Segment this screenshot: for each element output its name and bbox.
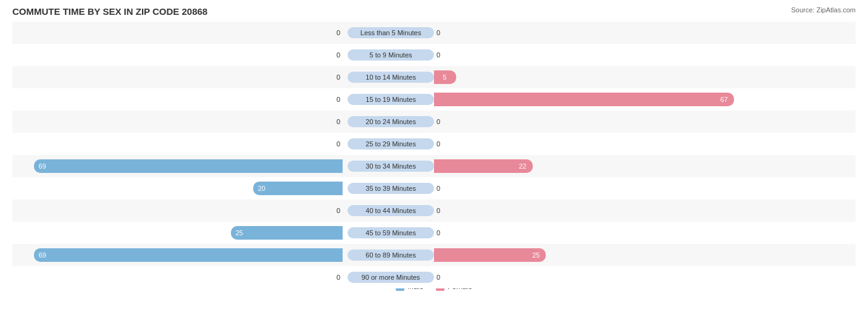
male-zero: 0 xyxy=(336,274,340,281)
left-section: 2035 to 39 Minutes xyxy=(12,177,434,199)
female-value: 22 xyxy=(519,162,527,170)
chart-row: 015 to 19 Minutes67 xyxy=(12,88,856,111)
right-section: 67 xyxy=(434,88,856,111)
chart-row: 010 to 14 Minutes5 xyxy=(12,66,856,88)
row-label: 30 to 34 Minutes xyxy=(348,161,434,172)
chart-row: 040 to 44 Minutes0 xyxy=(12,199,856,222)
chart-title: COMMUTE TIME BY SEX IN ZIP CODE 20868 xyxy=(12,6,856,17)
male-bar xyxy=(231,226,343,240)
chart-row: 090 or more Minutes0 xyxy=(12,266,856,288)
row-label: 40 to 44 Minutes xyxy=(348,205,434,216)
male-zero: 0 xyxy=(336,207,340,214)
right-section: 0 xyxy=(434,111,856,133)
left-section: 040 to 44 Minutes xyxy=(12,199,434,222)
female-zero: 0 xyxy=(436,51,440,59)
left-section: 2545 to 59 Minutes xyxy=(12,222,434,244)
row-label: 25 to 29 Minutes xyxy=(348,138,434,149)
male-bar xyxy=(34,248,343,262)
left-section: 010 to 14 Minutes xyxy=(12,66,434,88)
right-section: 0 xyxy=(434,222,856,244)
chart-row: 6930 to 34 Minutes22 xyxy=(12,155,856,177)
female-value: 5 xyxy=(443,73,446,81)
left-section: 6930 to 34 Minutes xyxy=(12,155,434,177)
female-value: 67 xyxy=(720,96,728,103)
row-label: 20 to 24 Minutes xyxy=(348,116,434,127)
left-section: 090 or more Minutes xyxy=(12,266,434,288)
male-zero: 0 xyxy=(336,140,340,148)
male-bar xyxy=(253,182,343,195)
row-label: 45 to 59 Minutes xyxy=(348,227,434,238)
left-section: 05 to 9 Minutes xyxy=(12,44,434,66)
right-section: 25 xyxy=(434,244,856,266)
male-zero: 0 xyxy=(336,73,340,81)
chart-row: 6960 to 89 Minutes25 xyxy=(12,244,856,266)
female-zero: 0 xyxy=(436,185,440,192)
right-section: 22 xyxy=(434,155,856,177)
chart-area: 0Less than 5 Minutes005 to 9 Minutes0010… xyxy=(12,22,856,280)
right-section: 0 xyxy=(434,22,856,44)
female-zero: 0 xyxy=(436,140,440,148)
female-value: 25 xyxy=(532,251,540,259)
male-zero: 0 xyxy=(336,96,340,103)
right-section: 0 xyxy=(434,44,856,66)
row-label: 10 to 14 Minutes xyxy=(348,72,434,83)
row-label: 5 to 9 Minutes xyxy=(348,49,434,61)
male-zero: 0 xyxy=(336,51,340,59)
male-bar xyxy=(34,159,343,173)
source-label: Source: ZipAtlas.com xyxy=(791,6,856,14)
female-bar xyxy=(434,248,546,262)
left-section: 020 to 24 Minutes xyxy=(12,111,434,133)
row-label: 60 to 89 Minutes xyxy=(348,250,434,261)
chart-row: 0Less than 5 Minutes0 xyxy=(12,22,856,44)
chart-row: 2545 to 59 Minutes0 xyxy=(12,222,856,244)
male-value: 69 xyxy=(39,162,46,170)
right-section: 0 xyxy=(434,133,856,155)
right-section: 0 xyxy=(434,177,856,199)
chart-container: COMMUTE TIME BY SEX IN ZIP CODE 20868 So… xyxy=(0,0,868,323)
chart-row: 2035 to 39 Minutes0 xyxy=(12,177,856,199)
female-zero: 0 xyxy=(436,274,440,281)
chart-row: 020 to 24 Minutes0 xyxy=(12,111,856,133)
left-section: 025 to 29 Minutes xyxy=(12,133,434,155)
row-label: Less than 5 Minutes xyxy=(348,27,434,38)
left-section: 6960 to 89 Minutes xyxy=(12,244,434,266)
female-zero: 0 xyxy=(436,29,440,36)
male-value: 69 xyxy=(39,251,46,259)
left-section: 0Less than 5 Minutes xyxy=(12,22,434,44)
male-zero: 0 xyxy=(336,118,340,125)
row-label: 35 to 39 Minutes xyxy=(348,183,434,194)
right-section: 0 xyxy=(434,199,856,222)
chart-row: 05 to 9 Minutes0 xyxy=(12,44,856,66)
male-value: 25 xyxy=(236,229,243,237)
chart-row: 025 to 29 Minutes0 xyxy=(12,133,856,155)
row-label: 15 to 19 Minutes xyxy=(348,94,434,105)
left-section: 015 to 19 Minutes xyxy=(12,88,434,111)
right-section: 5 xyxy=(434,66,856,88)
right-section: 0 xyxy=(434,266,856,288)
female-bar xyxy=(434,93,734,106)
row-label: 90 or more Minutes xyxy=(348,272,434,283)
female-zero: 0 xyxy=(436,207,440,214)
male-zero: 0 xyxy=(336,29,340,36)
female-zero: 0 xyxy=(436,118,440,125)
female-zero: 0 xyxy=(436,229,440,237)
female-bar xyxy=(434,159,533,173)
male-value: 20 xyxy=(258,185,265,192)
